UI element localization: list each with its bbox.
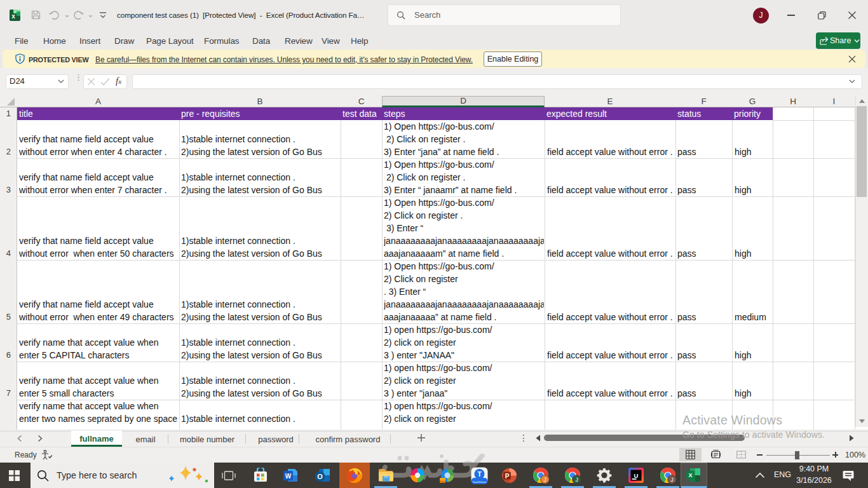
- svg-text:O: O: [317, 473, 323, 480]
- svg-text:P: P: [505, 473, 510, 480]
- svg-text:W: W: [285, 473, 292, 480]
- svg-text:J: J: [575, 477, 578, 483]
- svg-text:X: X: [688, 472, 692, 478]
- svg-text:J: J: [670, 477, 673, 483]
- svg-text:U: U: [634, 472, 639, 479]
- svg-text:T: T: [477, 470, 482, 478]
- svg-text:x: x: [11, 13, 15, 20]
- svg-text:J: J: [543, 477, 546, 483]
- svg-text:TeamViewer: TeamViewer: [473, 480, 487, 484]
